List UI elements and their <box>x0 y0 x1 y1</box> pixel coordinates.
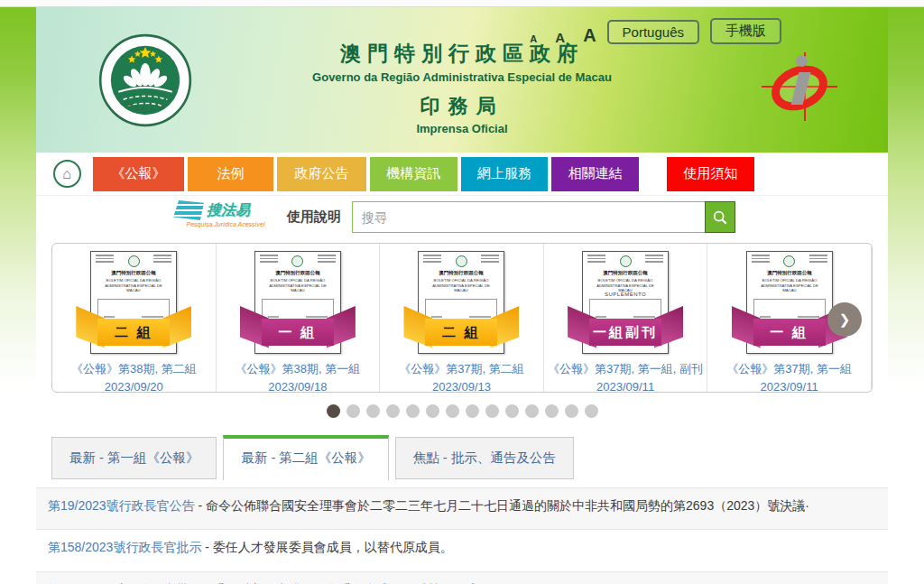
cover-header-left <box>423 255 441 264</box>
carousel-dot-13[interactable] <box>565 404 578 418</box>
search-button[interactable] <box>705 201 735 233</box>
gazette-title: 《公報》第38期, 第二組 <box>52 360 216 378</box>
ribbon-label: 一 組 <box>262 319 334 346</box>
gazette-item[interactable]: 澳門特別行政區公報BOLETIM OFICIAL DA REGIÃOADMINI… <box>380 244 544 392</box>
gazette-cover: 澳門特別行政區公報BOLETIM OFICIAL DA REGIÃOADMINI… <box>254 251 341 354</box>
gazette-item[interactable]: 澳門特別行政區公報BOLETIM OFICIAL DA REGIÃOADMINI… <box>544 244 708 392</box>
carousel-dot-6[interactable] <box>426 404 439 418</box>
gazette-carousel: 澳門特別行政區公報BOLETIM OFICIAL DA REGIÃOADMINI… <box>51 243 873 393</box>
carousel-dot-14[interactable] <box>585 404 598 418</box>
cover-emblem-icon <box>783 255 795 267</box>
cover-masthead-pt1: BOLETIM OFICIAL DA REGIÃO <box>97 277 170 282</box>
cover-emblem-icon <box>620 255 632 267</box>
cover-masthead-pt1: BOLETIM OFICIAL DA REGIÃO <box>753 277 826 282</box>
cover-header-left <box>96 255 114 264</box>
cover-masthead-pt2: ADMINISTRATIVA ESPECIAL DE MACAU <box>262 283 334 293</box>
gazette-caption-link[interactable]: 《公報》第37期, 第一組, 副刊2023/09/11 <box>544 360 707 396</box>
gov-title-pt: Governo da Região Administrativa Especia… <box>273 70 651 84</box>
carousel-dot-4[interactable] <box>386 404 400 418</box>
tab-latest-series-2[interactable]: 最新 - 第二組《公報》 <box>223 435 388 480</box>
soufayi-logo-subtitle: Pesquisa Jurídica Acessível <box>173 221 278 227</box>
gazette-date: 2023/09/11 <box>544 378 707 396</box>
news-item-link[interactable]: 第19/2023號行政長官公告 <box>48 498 195 513</box>
page-container: MACAU 澳門特別行政區政府 Governo da Região Admini… <box>36 7 888 584</box>
cover-suplemento-text: SUPLEMENTO <box>583 292 668 297</box>
carousel-dot-5[interactable] <box>406 404 420 418</box>
gazette-caption-link[interactable]: 《公報》第38期, 第二組2023/09/20 <box>52 360 216 396</box>
main-navigation: ⌂ 《公報》 法例 政府公告 機構資訊 網上服務 相關連結 使用須知 <box>36 153 888 196</box>
cover-header-right <box>481 255 499 264</box>
header-banner: MACAU 澳門特別行政區政府 Governo da Região Admini… <box>36 7 888 153</box>
gazette-item[interactable]: 澳門特別行政區公報BOLETIM OFICIAL DA REGIÃOADMINI… <box>217 244 381 392</box>
cover-masthead-zh: 澳門特別行政區公報 <box>750 270 827 276</box>
carousel-dots <box>36 404 888 418</box>
search-input[interactable] <box>352 201 705 233</box>
nav-gov-notices-button[interactable]: 政府公告 <box>277 157 366 191</box>
ribbon-label: 二 組 <box>97 319 170 346</box>
font-size-small-button[interactable]: A <box>530 34 537 44</box>
carousel-dot-10[interactable] <box>505 404 519 418</box>
home-icon: ⌂ <box>53 160 81 188</box>
gazette-ribbon: 二 組 <box>76 306 191 349</box>
cover-header-left <box>752 255 770 264</box>
cover-header-right <box>153 255 171 264</box>
mobile-version-button[interactable]: 手機版 <box>710 18 781 44</box>
search-box <box>352 201 735 233</box>
gazette-date: 2023/09/11 <box>707 378 871 396</box>
news-item-text: - 命令公佈聯合國安全理事會於二零二三年七月二十七日通過的關於中非共和國局勢的第… <box>195 498 809 513</box>
gazette-cover: 澳門特別行政區公報BOLETIM OFICIAL DA REGIÃOADMINI… <box>90 251 177 354</box>
nav-legislation-button[interactable]: 法例 <box>188 157 273 191</box>
font-size-large-button[interactable]: A <box>583 26 596 44</box>
gazette-date: 2023/09/20 <box>52 378 216 396</box>
news-tabs: 最新 - 第一組《公報》 最新 - 第二組《公報》 焦點 - 批示、通告及公告 <box>51 436 873 479</box>
site-title-block: 澳門特別行政區政府 Governo da Região Administrati… <box>273 40 651 135</box>
carousel-dot-3[interactable] <box>366 404 380 418</box>
gazette-title: 《公報》第37期, 第一組 <box>707 360 871 378</box>
cover-masthead-pt1: BOLETIM OFICIAL DA REGIÃO <box>589 277 661 282</box>
macau-government-emblem: MACAU <box>97 32 193 128</box>
gazette-title: 《公報》第37期, 第二組 <box>380 360 543 378</box>
usage-instructions-link[interactable]: 使用說明 <box>287 209 341 226</box>
gazette-ribbon: 一 組 <box>240 306 356 349</box>
cover-masthead-zh: 澳門特別行政區公報 <box>259 270 337 276</box>
gazette-item[interactable]: 澳門特別行政區公報BOLETIM OFICIAL DA REGIÃOADMINI… <box>52 244 217 392</box>
gazette-cover: 澳門特別行政區公報BOLETIM OFICIAL DA REGIÃOADMINI… <box>418 251 504 354</box>
gazette-caption-link[interactable]: 《公報》第37期, 第二組2023/09/13 <box>380 360 543 396</box>
cover-emblem-icon <box>291 255 303 267</box>
news-item-link[interactable]: 第158/2023號行政長官批示 <box>48 540 201 554</box>
nav-online-services-button[interactable]: 網上服務 <box>461 157 548 191</box>
header-controls: A A A Português 手機版 <box>530 18 781 44</box>
home-button[interactable]: ⌂ <box>44 157 89 191</box>
cover-masthead-pt1: BOLETIM OFICIAL DA REGIÃO <box>426 277 498 282</box>
carousel-dot-9[interactable] <box>485 404 499 418</box>
dept-title-zh: 印務局 <box>273 93 651 120</box>
gazette-caption-link[interactable]: 《公報》第37期, 第一組2023/09/11 <box>707 360 871 396</box>
portuguese-language-button[interactable]: Português <box>607 20 699 44</box>
cover-header-right <box>318 255 336 264</box>
cover-masthead-zh: 澳門特別行政區公報 <box>422 270 500 276</box>
soufayi-logo[interactable]: 搜法易 Pesquisa Jurídica Acessível <box>173 200 278 227</box>
gazette-date: 2023/09/18 <box>217 378 380 396</box>
gazette-caption-link[interactable]: 《公報》第38期, 第一組2023/09/18 <box>217 360 380 396</box>
news-row: 第158/2023號行政長官批示 - 委任人才發展委員會成員，以替代原成員。 <box>36 530 888 570</box>
carousel-next-button[interactable]: ❯ <box>827 302 862 337</box>
carousel-dot-12[interactable] <box>545 404 559 418</box>
tab-latest-series-1[interactable]: 最新 - 第一組《公報》 <box>51 437 217 479</box>
nav-org-info-button[interactable]: 機構資訊 <box>370 157 457 191</box>
nav-related-links-button[interactable]: 相關連結 <box>551 157 639 191</box>
cover-emblem-icon <box>128 255 140 267</box>
tab-highlights-notices[interactable]: 焦點 - 批示、通告及公告 <box>395 437 574 479</box>
font-size-medium-button[interactable]: A <box>555 31 565 44</box>
carousel-dot-11[interactable] <box>525 404 539 418</box>
cover-header-left <box>587 255 605 264</box>
soufayi-logo-title: 搜法易 <box>207 201 250 220</box>
gazette-date: 2023/09/13 <box>380 378 543 396</box>
nav-terms-of-use-button[interactable]: 使用須知 <box>667 157 754 191</box>
carousel-dot-8[interactable] <box>466 404 479 418</box>
nav-gazette-button[interactable]: 《公報》 <box>93 157 184 191</box>
carousel-dot-1[interactable] <box>327 404 340 418</box>
cover-emblem-icon <box>456 255 467 267</box>
carousel-dot-7[interactable] <box>446 404 459 418</box>
search-bar-row: 搜法易 Pesquisa Jurídica Acessível 使用說明 <box>36 196 888 239</box>
carousel-dot-2[interactable] <box>346 404 360 418</box>
